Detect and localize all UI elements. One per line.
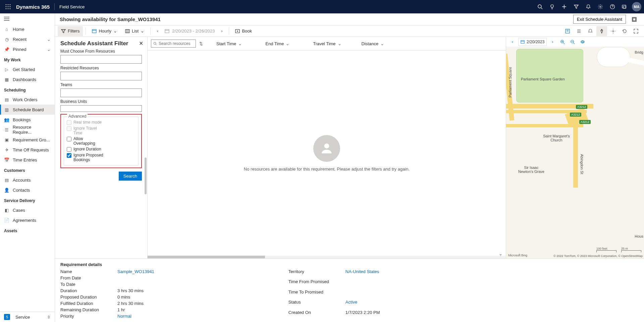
- add-icon[interactable]: [558, 0, 570, 13]
- search-button[interactable]: Search: [119, 172, 142, 181]
- req-territory-link[interactable]: NA-United States: [345, 269, 380, 278]
- exit-schedule-assistant-button[interactable]: Exit Schedule Assistant: [573, 15, 626, 24]
- hscroll-thumb[interactable]: [148, 256, 265, 258]
- agreement-icon: 📄: [4, 218, 9, 223]
- chevron-down-icon: ⌄: [47, 47, 51, 52]
- nav-bookings[interactable]: 👥Bookings: [0, 115, 55, 125]
- nav-time-off[interactable]: ✈Time Off Requests: [0, 145, 55, 155]
- req-status-link[interactable]: Active: [345, 300, 380, 308]
- nav-time-entries[interactable]: 📅Time Entries: [0, 155, 55, 165]
- sort-icon[interactable]: ⇅: [199, 41, 203, 46]
- help-icon[interactable]: [606, 0, 619, 13]
- nav-resource-requirements[interactable]: ☰Resource Require...: [0, 125, 55, 135]
- app-switcher[interactable]: S Service ⇳: [0, 312, 55, 322]
- list-view-icon[interactable]: [574, 26, 584, 36]
- app-launcher-icon[interactable]: [3, 1, 13, 12]
- col-distance[interactable]: Distance⌄: [362, 41, 384, 46]
- svg-rect-24: [125, 29, 129, 33]
- nav-cases[interactable]: ◧Cases: [0, 205, 55, 215]
- search-icon[interactable]: [534, 0, 546, 13]
- map-zoom-out-icon[interactable]: [568, 38, 577, 46]
- nav-get-started[interactable]: ▷Get Started: [0, 64, 55, 74]
- notifications-icon[interactable]: [582, 0, 594, 13]
- fullscreen-icon[interactable]: [631, 26, 641, 36]
- map-locate-icon[interactable]: [578, 38, 587, 46]
- nav-dashboards[interactable]: ▦Dashboards: [0, 74, 55, 84]
- prev-date-button[interactable]: ‹: [153, 27, 162, 36]
- map-toggle-icon[interactable]: [596, 26, 607, 36]
- nav-collapse-button[interactable]: [0, 13, 55, 24]
- resource-search-input[interactable]: [159, 41, 194, 46]
- nav-contacts-label: Contacts: [13, 188, 30, 193]
- filters-button[interactable]: Filters: [58, 26, 83, 36]
- req-name-link[interactable]: Sample_WO13941: [117, 269, 154, 274]
- ignore-duration-checkbox[interactable]: [67, 147, 71, 152]
- restricted-input[interactable]: [60, 72, 142, 80]
- assistant-icon[interactable]: [619, 0, 631, 13]
- user-avatar[interactable]: MA: [632, 2, 641, 11]
- nav-accounts[interactable]: ▤Accounts: [0, 175, 55, 185]
- map-next-button[interactable]: ›: [548, 38, 557, 46]
- allow-overlap-checkbox[interactable]: [67, 137, 71, 141]
- map-scale: 100 feet 25 m: [596, 252, 641, 252]
- nav-home[interactable]: ⌂Home: [0, 24, 55, 34]
- nav-agreements[interactable]: 📄Agreements: [0, 215, 55, 225]
- svg-line-46: [564, 43, 565, 44]
- schedule-assistant-filter-panel: Schedule Assistant Filter ✕ Must Choose …: [55, 37, 148, 258]
- nav-work-orders[interactable]: ▤Work Orders: [0, 94, 55, 105]
- teams-input[interactable]: [60, 88, 142, 97]
- col-travel-time[interactable]: Travel Time⌄: [313, 41, 341, 46]
- book-button[interactable]: Book: [232, 26, 255, 36]
- ignore-proposed-row[interactable]: Ignore Proposed Bookings: [67, 153, 136, 162]
- req-to-date-label: To Date: [60, 282, 117, 287]
- expand-icon[interactable]: [629, 14, 639, 24]
- map-zoom-in-icon[interactable]: [558, 38, 567, 46]
- col-start-time[interactable]: Start Time⌄: [216, 41, 242, 46]
- gear-icon[interactable]: [608, 26, 619, 36]
- nav-contacts[interactable]: 👤Contacts: [0, 185, 55, 195]
- legend-icon[interactable]: [562, 26, 573, 36]
- list-dropdown[interactable]: List ⌄: [122, 26, 148, 36]
- nav-agreements-label: Agreements: [13, 218, 36, 223]
- allow-overlap-row[interactable]: Allow Overlapping: [67, 136, 136, 146]
- notification-icon[interactable]: [585, 26, 596, 36]
- nav-pinned[interactable]: 📌Pinned⌄: [0, 44, 55, 54]
- calendar-icon: [521, 40, 525, 44]
- ignore-proposed-checkbox[interactable]: [67, 153, 71, 158]
- doc-icon: ▤: [4, 97, 9, 102]
- resource-search-box[interactable]: [151, 40, 196, 48]
- collapse-results-icon[interactable]: ⌄: [499, 251, 502, 256]
- refresh-icon[interactable]: [619, 26, 630, 36]
- nav-schedule-board-label: Schedule Board: [13, 107, 44, 112]
- next-date-button[interactable]: ›: [217, 27, 226, 36]
- map-date-picker[interactable]: 2/20/2023: [518, 38, 547, 46]
- nav-work-orders-label: Work Orders: [13, 97, 37, 102]
- map-prev-button[interactable]: ‹: [508, 38, 517, 46]
- filter-scrollbar-thumb[interactable]: [145, 157, 147, 194]
- nav-schedule-board[interactable]: ▥Schedule Board: [0, 105, 55, 115]
- req-priority-link[interactable]: Normal: [117, 314, 154, 319]
- map-canvas[interactable]: Parliament Square Parliament Square Gard…: [506, 47, 644, 258]
- col-end-time[interactable]: End Time⌄: [265, 41, 289, 46]
- lightbulb-icon[interactable]: [546, 0, 558, 13]
- close-filter-panel-button[interactable]: ✕: [139, 40, 143, 47]
- separator: [229, 27, 229, 35]
- list-icon: ☰: [4, 127, 9, 132]
- hourly-label: Hourly: [99, 28, 111, 34]
- nav-requirement-groups[interactable]: ▣Requirement Gro...: [0, 135, 55, 145]
- req-tfp-label: Time From Promised: [288, 279, 345, 288]
- must-choose-input[interactable]: [60, 55, 142, 64]
- filter-icon[interactable]: [570, 0, 582, 13]
- settings-icon[interactable]: [594, 0, 606, 13]
- hourly-dropdown[interactable]: Hourly ⌄: [89, 26, 120, 36]
- scale-m-label: 25 m: [621, 247, 641, 250]
- nav-recent[interactable]: ◷Recent⌄: [0, 34, 55, 44]
- svg-point-7: [8, 8, 9, 9]
- scale-feet-label: 100 feet: [596, 247, 616, 250]
- business-units-input[interactable]: [60, 105, 142, 112]
- ignore-duration-row[interactable]: Ignore Duration: [67, 147, 136, 152]
- nav-recent-label: Recent: [13, 37, 26, 42]
- results-hscrollbar[interactable]: [148, 256, 506, 258]
- svg-line-10: [541, 8, 542, 9]
- filter-panel-title: Schedule Assistant Filter: [60, 40, 142, 47]
